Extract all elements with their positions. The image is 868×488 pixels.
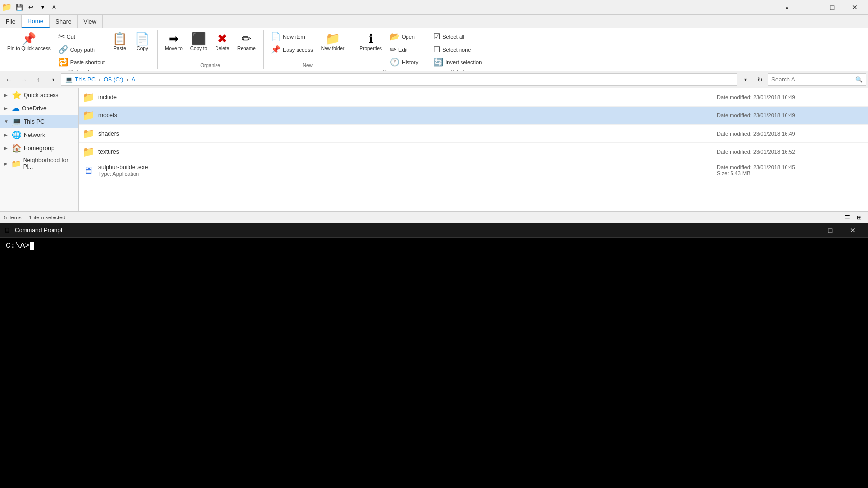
address-bar[interactable]: 💻 This PC › OS (C:) › A xyxy=(61,73,737,86)
shaders-name: shaders xyxy=(98,130,717,137)
cmd-minimize-btn[interactable]: — xyxy=(796,223,819,238)
pin-to-quick-access-btn[interactable]: 📌 Pin to Quick access xyxy=(4,30,54,62)
models-date: Date modified: 23/01/2018 16:49 xyxy=(717,112,864,118)
sidebar-item-quickaccess[interactable]: ▶ ⭐ Quick access xyxy=(0,88,78,102)
file-row-textures[interactable]: 📁 textures Date modified: 23/01/2018 16:… xyxy=(79,143,868,161)
select-all-btn[interactable]: ☑ Select all xyxy=(430,30,485,43)
main-layout: ▶ ⭐ Quick access ▶ ☁ OneDrive ▼ 💻 This P… xyxy=(0,88,868,211)
file-row-models[interactable]: 📁 models Date modified: 23/01/2018 16:49 xyxy=(79,107,868,125)
new-folder-icon: 📁 xyxy=(326,33,340,45)
status-bar: 5 items 1 item selected ☰ ⊞ xyxy=(0,211,868,223)
breadcrumb-icon: 💻 xyxy=(65,76,73,83)
delete-btn[interactable]: ✖ Delete xyxy=(212,30,233,62)
sidebar: ▶ ⭐ Quick access ▶ ☁ OneDrive ▼ 💻 This P… xyxy=(0,88,79,211)
address-dropdown-btn[interactable]: ▾ xyxy=(738,73,752,86)
select-none-label: Select none xyxy=(442,47,471,53)
rename-btn[interactable]: ✏ Rename xyxy=(234,30,259,62)
tab-home[interactable]: Home xyxy=(22,15,50,28)
item-count: 5 items xyxy=(4,215,21,220)
cmd-close-btn[interactable]: ✕ xyxy=(841,223,864,238)
edit-label: Edit xyxy=(398,47,407,53)
copy-to-icon: ⬛ xyxy=(191,33,206,45)
open-items: ℹ Properties 📂 Open ✏ Edit 🕐 History xyxy=(356,30,422,68)
ribbon-group-open: ℹ Properties 📂 Open ✏ Edit 🕐 History xyxy=(352,30,426,69)
organise-label: Organise xyxy=(200,63,220,69)
quick-save-btn[interactable]: 💾 xyxy=(14,2,25,13)
tab-file[interactable]: File xyxy=(0,15,22,28)
file-list: 📁 include Date modified: 23/01/2018 16:4… xyxy=(79,88,868,211)
search-bar: 🔍 xyxy=(768,73,866,86)
paste-shortcut-label: Paste shortcut xyxy=(70,59,105,65)
cmd-window: 🖥 Command Prompt — □ ✕ C:\A> xyxy=(0,223,868,488)
back-btn[interactable]: ← xyxy=(2,73,16,86)
undo-btn[interactable]: ↩ xyxy=(26,2,36,13)
copy-to-btn[interactable]: ⬛ Copy to xyxy=(187,30,211,62)
select-none-btn[interactable]: ☐ Select none xyxy=(430,43,485,55)
large-icons-view-btn[interactable]: ⊞ xyxy=(854,213,864,222)
move-to-btn[interactable]: ➡ Move to xyxy=(162,30,186,62)
refresh-btn[interactable]: ↻ xyxy=(753,73,767,86)
app-icon: 📁 xyxy=(2,2,12,12)
cut-btn[interactable]: ✂ Cut xyxy=(55,30,108,43)
up-btn[interactable]: ↑ xyxy=(31,73,45,86)
file-row-shaders[interactable]: 📁 shaders Date modified: 23/01/2018 16:4… xyxy=(79,125,868,143)
sidebar-item-onedrive[interactable]: ▶ ☁ OneDrive xyxy=(0,102,78,115)
easy-access-btn[interactable]: 📌 Easy access xyxy=(268,43,317,55)
details-view-btn[interactable]: ☰ xyxy=(842,213,852,222)
maximize-btn[interactable]: □ xyxy=(821,0,843,15)
copy-icon: 📄 xyxy=(135,33,150,45)
sidebar-item-network[interactable]: ▶ 🌐 Network xyxy=(0,128,78,141)
properties-icon: ℹ xyxy=(369,33,373,45)
close-btn[interactable]: ✕ xyxy=(843,0,866,15)
paste-btn[interactable]: 📋 Paste xyxy=(109,30,131,62)
file-row-include[interactable]: 📁 include Date modified: 23/01/2018 16:4… xyxy=(79,88,868,107)
search-input[interactable] xyxy=(771,76,853,83)
invert-selection-btn[interactable]: 🔄 Invert selection xyxy=(430,56,485,68)
new-folder-btn[interactable]: 📁 New folder xyxy=(318,30,348,62)
cmd-content: C:\A> xyxy=(0,238,868,488)
copy-path-btn[interactable]: 🔗 Copy path xyxy=(55,43,108,55)
copy-btn[interactable]: 📄 Copy xyxy=(132,30,153,62)
forward-btn[interactable]: → xyxy=(17,73,30,86)
sidebar-item-thispc[interactable]: ▼ 💻 This PC xyxy=(0,115,78,128)
tab-share[interactable]: Share xyxy=(50,15,78,28)
history-btn[interactable]: 🕐 History xyxy=(386,56,422,68)
title-bar: 📁 💾 ↩ ▾ A ▲ — □ ✕ xyxy=(0,0,868,15)
cut-label: Cut xyxy=(67,34,75,40)
copy-label: Copy xyxy=(136,46,148,51)
properties-label: Properties xyxy=(359,46,382,51)
customize-qs-btn[interactable]: ▾ xyxy=(37,2,48,13)
new-item-btn[interactable]: 📄 New item xyxy=(268,30,317,43)
move-to-label: Move to xyxy=(165,46,183,51)
models-icon: 📁 xyxy=(82,109,94,121)
edit-btn[interactable]: ✏ Edit xyxy=(386,43,422,55)
cmd-maximize-btn[interactable]: □ xyxy=(819,223,841,238)
tab-view[interactable]: View xyxy=(78,15,103,28)
include-date: Date modified: 23/01/2018 16:49 xyxy=(717,94,864,100)
quick-save-area: 💾 ↩ ▾ xyxy=(14,2,48,13)
include-icon: 📁 xyxy=(82,91,94,103)
breadcrumb-a[interactable]: A xyxy=(131,76,135,83)
minimize-btn[interactable]: — xyxy=(798,0,821,15)
open-btn[interactable]: 📂 Open xyxy=(386,30,422,43)
file-row-exe[interactable]: 🖥 sulphur-builder.exe Type: Application … xyxy=(79,161,868,180)
ribbon-collapse-btn[interactable]: ▲ xyxy=(776,0,798,15)
history-icon: 🕐 xyxy=(390,57,400,67)
easy-access-label: Easy access xyxy=(283,47,313,53)
models-name: models xyxy=(98,112,717,119)
exe-size: Size: 5.43 MB xyxy=(717,170,864,176)
shaders-icon: 📁 xyxy=(82,128,94,139)
sidebar-item-homegroup[interactable]: ▶ 🏠 Homegroup xyxy=(0,141,78,155)
select-all-label: Select all xyxy=(442,34,464,40)
paste-shortcut-btn[interactable]: 🔁 Paste shortcut xyxy=(55,56,108,68)
exe-icon: 🖥 xyxy=(82,165,94,176)
breadcrumb-osc[interactable]: OS (C:) xyxy=(104,76,124,83)
ribbon-group-clipboard: 📌 Pin to Quick access ✂ Cut 🔗 Copy path … xyxy=(0,30,158,69)
sidebar-item-neighborhood[interactable]: ▶ 📁 Neighborhood for Pl... xyxy=(0,155,78,172)
copy-path-icon: 🔗 xyxy=(58,45,68,54)
cmd-prompt-text: C:\A> xyxy=(6,242,29,250)
recent-locations-btn[interactable]: ▾ xyxy=(46,73,60,86)
select-all-icon: ☑ xyxy=(434,32,440,41)
breadcrumb-thispc[interactable]: This PC xyxy=(75,76,96,83)
properties-btn[interactable]: ℹ Properties xyxy=(356,30,385,62)
